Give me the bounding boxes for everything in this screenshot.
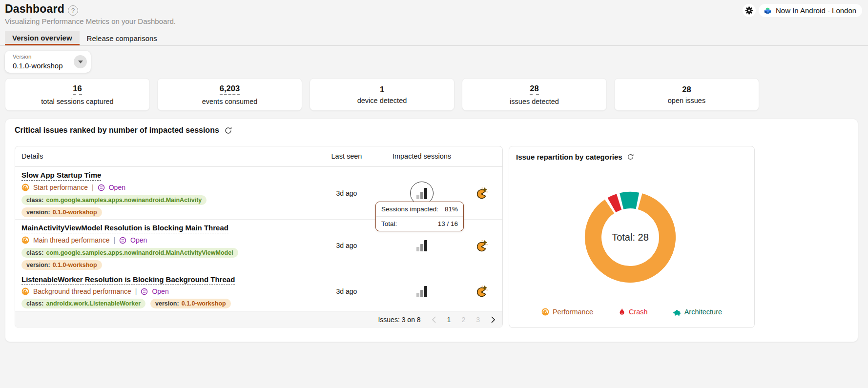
tooltip-total-label: Total:	[381, 220, 397, 227]
issue-meta: Main thread performance | Open	[21, 236, 147, 244]
issue-title-link[interactable]: ListenableWorker Resolution is Blocking …	[21, 275, 235, 285]
tooltip-total-value: 13 / 16	[438, 220, 458, 227]
donut-segment-performance[interactable]	[593, 202, 667, 274]
chevron-left-icon	[432, 316, 436, 323]
badge-label: class:	[26, 249, 43, 256]
meta-separator: |	[92, 184, 94, 191]
issues-table-header: Details Last seen Impacted sessions	[15, 146, 502, 167]
next-page-button[interactable]	[491, 316, 496, 323]
issue-title-link[interactable]: Slow App Startup Time	[21, 171, 101, 181]
donut-segment-crash[interactable]	[612, 202, 619, 205]
page-2[interactable]: 2	[461, 316, 465, 324]
dashboard-page: Dashboard ? Visualizing Performance Metr…	[0, 0, 868, 388]
flame-icon	[619, 308, 625, 316]
badge-value: com.google.samples.apps.nowinandroid.Mai…	[46, 249, 233, 256]
issue-category: Background thread performance	[33, 287, 131, 295]
page-3[interactable]: 3	[476, 316, 480, 324]
badge-label: class:	[26, 197, 43, 204]
issue-category: Start performance	[33, 184, 88, 191]
open-status-icon	[141, 288, 148, 295]
issue-status: Open	[152, 287, 168, 295]
legend-item-crash[interactable]: Crash	[619, 308, 648, 316]
pagination-summary: Issues: 3 on 8	[378, 316, 420, 324]
impacted-sessions-cell[interactable]	[390, 271, 454, 311]
issue-title-link[interactable]: MainActivityViewModel Resolution is Bloc…	[21, 224, 228, 233]
stat-label: total sessions captured	[41, 98, 113, 105]
stat-value[interactable]: 6,203	[220, 84, 240, 95]
legend-item-architecture[interactable]: Architecture	[673, 308, 722, 316]
meta-separator: |	[113, 236, 115, 244]
stat-value[interactable]: 28	[530, 84, 538, 95]
tooltip-impacted-value: 81%	[445, 205, 458, 213]
badge-row: class: androidx.work.ListenableWorker ve…	[21, 299, 231, 308]
class-badge: class: androidx.work.ListenableWorker	[21, 299, 145, 308]
issue-meta: Start performance | Open	[21, 184, 125, 191]
issues-table: Details Last seen Impacted sessions Slow…	[15, 146, 503, 328]
categories-heading: Issue repartition by categories	[516, 153, 634, 161]
badge-value: 0.1.0-workshop	[182, 300, 226, 307]
class-badge: class: com.google.samples.apps.nowinandr…	[21, 195, 207, 205]
stat-card-sessions: 16 total sessions captured	[5, 78, 150, 111]
pacman-sparkle-icon	[475, 239, 488, 252]
chevron-down-icon	[78, 61, 83, 63]
tab-bar: Version overview Release comparisons	[5, 31, 165, 45]
version-select-label: Version	[13, 54, 31, 60]
gauge-icon	[541, 308, 549, 316]
tab-release-comparisons[interactable]: Release comparisons	[80, 31, 165, 45]
category-donut[interactable]: Total: 28	[573, 180, 687, 294]
pacman-sparkle-icon	[475, 186, 488, 200]
gauge-icon	[21, 287, 29, 295]
now-in-android-logo	[763, 6, 772, 15]
categories-title: Issue repartition by categories	[516, 153, 622, 161]
refresh-categories-button[interactable]	[627, 153, 634, 161]
gear-icon	[745, 6, 753, 15]
help-icon[interactable]: ?	[68, 5, 78, 16]
legend-label: Performance	[553, 308, 593, 316]
version-dropdown-button[interactable]	[74, 55, 87, 68]
issue-category: Main thread performance	[33, 236, 109, 244]
help-glyph: ?	[71, 7, 75, 14]
badge-label: class:	[26, 300, 43, 307]
refresh-icon	[224, 126, 232, 135]
legend-label: Crash	[629, 308, 648, 316]
badge-value: 0.1.0-workshop	[53, 209, 97, 216]
bar-chart-icon	[416, 187, 427, 199]
category-legend: Performance Crash Architecture	[509, 308, 754, 316]
ai-insight-button[interactable]	[462, 271, 501, 311]
tooltip-total-row: Total: 13 / 16	[376, 217, 463, 231]
critical-issues-heading: Critical issues ranked by number of impa…	[15, 126, 232, 135]
legend-item-performance[interactable]: Performance	[541, 308, 593, 316]
badge-label: version:	[26, 209, 50, 216]
project-selector[interactable]: Now In Android - London	[759, 4, 862, 17]
ai-insight-button[interactable]	[462, 167, 501, 219]
project-name: Now In Android - London	[776, 6, 856, 15]
tooltip-impacted-row: Sessions impacted: 81%	[376, 202, 463, 217]
version-badge: version: 0.1.0-workshop	[150, 299, 231, 308]
open-status-icon	[98, 184, 105, 191]
stat-label: device detected	[357, 97, 407, 104]
impacted-sessions-tooltip: Sessions impacted: 81% Total: 13 / 16	[375, 202, 464, 231]
tooltip-impacted-label: Sessions impacted:	[381, 205, 438, 213]
issue-row: ListenableWorker Resolution is Blocking …	[15, 271, 502, 311]
version-badge: version: 0.1.0-workshop	[21, 260, 102, 270]
version-select[interactable]: Version 0.1.0-workshop	[5, 51, 91, 73]
last-seen-value: 3d ago	[317, 220, 376, 271]
badge-value: 0.1.0-workshop	[53, 262, 97, 268]
stat-value[interactable]: 16	[73, 84, 82, 95]
page-1[interactable]: 1	[447, 316, 451, 324]
gauge-icon	[21, 184, 29, 191]
meta-separator: |	[135, 287, 137, 295]
stat-label: open issues	[668, 97, 705, 104]
refresh-issues-button[interactable]	[224, 126, 232, 135]
tab-version-overview[interactable]: Version overview	[5, 31, 80, 45]
page-title: Dashboard	[5, 2, 64, 16]
stat-value: 1	[380, 85, 384, 94]
chevron-right-icon	[491, 316, 496, 323]
legend-label: Architecture	[684, 308, 722, 316]
prev-page-button[interactable]	[432, 316, 436, 323]
donut-segment-architecture[interactable]	[621, 200, 638, 201]
settings-button[interactable]	[743, 4, 756, 17]
ai-insight-button[interactable]	[462, 220, 501, 271]
column-impacted-sessions: Impacted sessions	[390, 152, 454, 160]
bar-chart-icon	[416, 240, 427, 251]
